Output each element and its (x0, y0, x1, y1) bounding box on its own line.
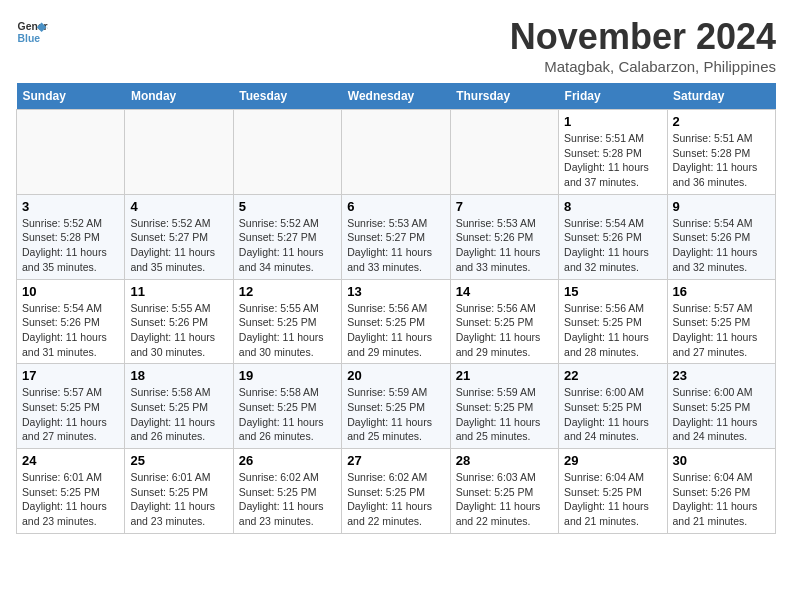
calendar-cell: 14Sunrise: 5:56 AM Sunset: 5:25 PM Dayli… (450, 279, 558, 364)
day-info: Sunrise: 6:02 AM Sunset: 5:25 PM Dayligh… (239, 470, 336, 529)
day-info: Sunrise: 5:52 AM Sunset: 5:27 PM Dayligh… (130, 216, 227, 275)
day-number: 5 (239, 199, 336, 214)
page-header: General Blue November 2024 Matagbak, Cal… (16, 16, 776, 75)
day-number: 7 (456, 199, 553, 214)
day-number: 26 (239, 453, 336, 468)
day-number: 28 (456, 453, 553, 468)
weekday-header-sunday: Sunday (17, 83, 125, 110)
calendar-cell: 28Sunrise: 6:03 AM Sunset: 5:25 PM Dayli… (450, 449, 558, 534)
calendar-cell: 23Sunrise: 6:00 AM Sunset: 5:25 PM Dayli… (667, 364, 775, 449)
calendar-cell: 6Sunrise: 5:53 AM Sunset: 5:27 PM Daylig… (342, 194, 450, 279)
calendar-cell: 30Sunrise: 6:04 AM Sunset: 5:26 PM Dayli… (667, 449, 775, 534)
calendar-cell: 3Sunrise: 5:52 AM Sunset: 5:28 PM Daylig… (17, 194, 125, 279)
calendar-cell: 11Sunrise: 5:55 AM Sunset: 5:26 PM Dayli… (125, 279, 233, 364)
day-number: 17 (22, 368, 119, 383)
day-number: 12 (239, 284, 336, 299)
weekday-header-thursday: Thursday (450, 83, 558, 110)
calendar-cell: 4Sunrise: 5:52 AM Sunset: 5:27 PM Daylig… (125, 194, 233, 279)
calendar-cell: 13Sunrise: 5:56 AM Sunset: 5:25 PM Dayli… (342, 279, 450, 364)
day-number: 9 (673, 199, 770, 214)
day-info: Sunrise: 5:58 AM Sunset: 5:25 PM Dayligh… (239, 385, 336, 444)
day-number: 13 (347, 284, 444, 299)
day-info: Sunrise: 5:56 AM Sunset: 5:25 PM Dayligh… (564, 301, 661, 360)
calendar-week-0: 1Sunrise: 5:51 AM Sunset: 5:28 PM Daylig… (17, 110, 776, 195)
day-number: 29 (564, 453, 661, 468)
svg-text:Blue: Blue (18, 33, 41, 44)
calendar-cell (17, 110, 125, 195)
day-info: Sunrise: 6:01 AM Sunset: 5:25 PM Dayligh… (130, 470, 227, 529)
day-info: Sunrise: 5:56 AM Sunset: 5:25 PM Dayligh… (456, 301, 553, 360)
day-number: 27 (347, 453, 444, 468)
day-number: 18 (130, 368, 227, 383)
day-info: Sunrise: 5:55 AM Sunset: 5:25 PM Dayligh… (239, 301, 336, 360)
day-number: 15 (564, 284, 661, 299)
calendar-cell: 25Sunrise: 6:01 AM Sunset: 5:25 PM Dayli… (125, 449, 233, 534)
day-info: Sunrise: 6:00 AM Sunset: 5:25 PM Dayligh… (564, 385, 661, 444)
title-block: November 2024 Matagbak, Calabarzon, Phil… (510, 16, 776, 75)
calendar-cell: 15Sunrise: 5:56 AM Sunset: 5:25 PM Dayli… (559, 279, 667, 364)
day-info: Sunrise: 5:55 AM Sunset: 5:26 PM Dayligh… (130, 301, 227, 360)
month-title: November 2024 (510, 16, 776, 58)
calendar-cell: 7Sunrise: 5:53 AM Sunset: 5:26 PM Daylig… (450, 194, 558, 279)
day-info: Sunrise: 6:04 AM Sunset: 5:26 PM Dayligh… (673, 470, 770, 529)
calendar-cell: 18Sunrise: 5:58 AM Sunset: 5:25 PM Dayli… (125, 364, 233, 449)
day-number: 25 (130, 453, 227, 468)
location: Matagbak, Calabarzon, Philippines (510, 58, 776, 75)
day-number: 14 (456, 284, 553, 299)
day-info: Sunrise: 5:57 AM Sunset: 5:25 PM Dayligh… (22, 385, 119, 444)
day-number: 30 (673, 453, 770, 468)
day-number: 3 (22, 199, 119, 214)
day-number: 19 (239, 368, 336, 383)
day-info: Sunrise: 6:01 AM Sunset: 5:25 PM Dayligh… (22, 470, 119, 529)
day-number: 6 (347, 199, 444, 214)
calendar-week-4: 24Sunrise: 6:01 AM Sunset: 5:25 PM Dayli… (17, 449, 776, 534)
day-info: Sunrise: 5:58 AM Sunset: 5:25 PM Dayligh… (130, 385, 227, 444)
calendar-cell (233, 110, 341, 195)
day-number: 10 (22, 284, 119, 299)
day-info: Sunrise: 5:54 AM Sunset: 5:26 PM Dayligh… (564, 216, 661, 275)
day-info: Sunrise: 5:57 AM Sunset: 5:25 PM Dayligh… (673, 301, 770, 360)
calendar-cell: 12Sunrise: 5:55 AM Sunset: 5:25 PM Dayli… (233, 279, 341, 364)
calendar-cell: 9Sunrise: 5:54 AM Sunset: 5:26 PM Daylig… (667, 194, 775, 279)
day-number: 2 (673, 114, 770, 129)
calendar-cell: 2Sunrise: 5:51 AM Sunset: 5:28 PM Daylig… (667, 110, 775, 195)
calendar-cell: 20Sunrise: 5:59 AM Sunset: 5:25 PM Dayli… (342, 364, 450, 449)
day-number: 4 (130, 199, 227, 214)
day-info: Sunrise: 5:52 AM Sunset: 5:27 PM Dayligh… (239, 216, 336, 275)
day-info: Sunrise: 6:02 AM Sunset: 5:25 PM Dayligh… (347, 470, 444, 529)
day-number: 20 (347, 368, 444, 383)
weekday-header-saturday: Saturday (667, 83, 775, 110)
day-info: Sunrise: 6:00 AM Sunset: 5:25 PM Dayligh… (673, 385, 770, 444)
logo: General Blue (16, 16, 48, 48)
calendar-week-1: 3Sunrise: 5:52 AM Sunset: 5:28 PM Daylig… (17, 194, 776, 279)
day-info: Sunrise: 5:54 AM Sunset: 5:26 PM Dayligh… (22, 301, 119, 360)
weekday-header-tuesday: Tuesday (233, 83, 341, 110)
calendar-week-2: 10Sunrise: 5:54 AM Sunset: 5:26 PM Dayli… (17, 279, 776, 364)
weekday-header-monday: Monday (125, 83, 233, 110)
day-number: 23 (673, 368, 770, 383)
calendar-cell: 24Sunrise: 6:01 AM Sunset: 5:25 PM Dayli… (17, 449, 125, 534)
day-info: Sunrise: 5:53 AM Sunset: 5:26 PM Dayligh… (456, 216, 553, 275)
calendar-cell: 17Sunrise: 5:57 AM Sunset: 5:25 PM Dayli… (17, 364, 125, 449)
day-number: 16 (673, 284, 770, 299)
calendar-cell: 19Sunrise: 5:58 AM Sunset: 5:25 PM Dayli… (233, 364, 341, 449)
calendar-cell: 21Sunrise: 5:59 AM Sunset: 5:25 PM Dayli… (450, 364, 558, 449)
day-info: Sunrise: 6:04 AM Sunset: 5:25 PM Dayligh… (564, 470, 661, 529)
calendar-table: SundayMondayTuesdayWednesdayThursdayFrid… (16, 83, 776, 534)
calendar-cell: 10Sunrise: 5:54 AM Sunset: 5:26 PM Dayli… (17, 279, 125, 364)
calendar-cell: 27Sunrise: 6:02 AM Sunset: 5:25 PM Dayli… (342, 449, 450, 534)
calendar-cell: 5Sunrise: 5:52 AM Sunset: 5:27 PM Daylig… (233, 194, 341, 279)
calendar-cell (125, 110, 233, 195)
calendar-cell: 16Sunrise: 5:57 AM Sunset: 5:25 PM Dayli… (667, 279, 775, 364)
logo-icon: General Blue (16, 16, 48, 48)
day-number: 21 (456, 368, 553, 383)
day-number: 24 (22, 453, 119, 468)
calendar-week-3: 17Sunrise: 5:57 AM Sunset: 5:25 PM Dayli… (17, 364, 776, 449)
day-number: 1 (564, 114, 661, 129)
calendar-cell: 8Sunrise: 5:54 AM Sunset: 5:26 PM Daylig… (559, 194, 667, 279)
day-info: Sunrise: 5:51 AM Sunset: 5:28 PM Dayligh… (673, 131, 770, 190)
calendar-cell (450, 110, 558, 195)
calendar-cell: 1Sunrise: 5:51 AM Sunset: 5:28 PM Daylig… (559, 110, 667, 195)
calendar-body: 1Sunrise: 5:51 AM Sunset: 5:28 PM Daylig… (17, 110, 776, 534)
day-number: 22 (564, 368, 661, 383)
